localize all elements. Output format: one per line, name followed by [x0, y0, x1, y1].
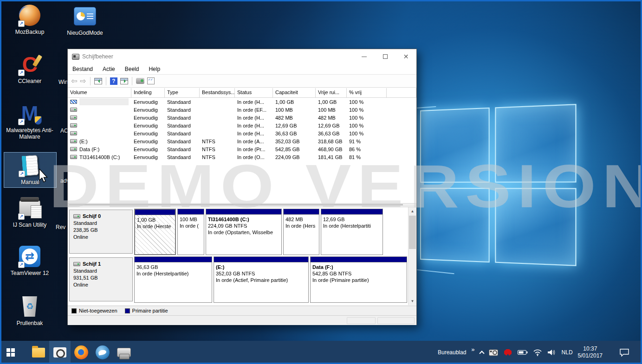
screenshot-app-button[interactable] [49, 341, 71, 364]
disk-type: Standaard [73, 220, 132, 227]
close-icon: ✕ [403, 53, 409, 60]
desktop-icon-ccleaner[interactable]: C↗ CCleaner [4, 53, 56, 84]
column-header-bestandssysteem[interactable]: Bestandssys... [200, 88, 235, 97]
desktop-icon-prullenbak[interactable]: ♻ Prullenbak [4, 295, 56, 326]
forward-arrow-icon[interactable]: ⇨ [80, 77, 86, 85]
volume-row[interactable]: TI31461400B (C:) Eenvoudig Standaard NTF… [68, 153, 416, 161]
desktop-icon-nieugodmode[interactable]: NieuGodMode [59, 5, 111, 36]
hidden-icon-label: Rev [56, 224, 65, 230]
file-explorer-button[interactable] [28, 341, 49, 364]
column-header-volume[interactable]: Volume [68, 88, 131, 97]
close-button[interactable]: ✕ [396, 49, 416, 64]
column-header-pct-vrij[interactable]: % vrij [347, 88, 387, 97]
tray-camera-icon[interactable] [489, 349, 498, 356]
language-indicator[interactable]: NLD [562, 349, 573, 356]
desktop-icon-malwarebytes[interactable]: M↗ Malwarebytes Anti-Malware [4, 102, 56, 140]
menu-beeld[interactable]: Beeld [125, 66, 139, 72]
partition-e-drive[interactable]: (E:)352,03 GB NTFSIn orde (Actief, Prima… [214, 256, 309, 303]
desktop-icon-manual[interactable]: ↗ Manual [4, 153, 56, 187]
volume-row[interactable]: Eenvoudig Standaard In orde (H... 1,00 G… [68, 98, 416, 106]
console-pane-icon[interactable] [120, 78, 128, 84]
desktop-toolbar-label[interactable]: Bureaublad [438, 349, 466, 356]
help-icon[interactable]: ? [110, 77, 117, 85]
desktop-icon-teamviewer[interactable]: ⇄↗ TeamViewer 12 [4, 245, 56, 276]
partition-recovery-36gb[interactable]: 36,63 GBIn orde (Herstelpartitie) [134, 256, 212, 303]
column-header-indeling[interactable]: Indeling [131, 88, 165, 97]
thunderbird-button[interactable] [92, 341, 113, 364]
tray-volume-icon[interactable] [547, 349, 557, 356]
notifications-icon[interactable] [619, 348, 629, 357]
start-button[interactable] [0, 341, 21, 364]
cell: 318,68 GB [316, 139, 347, 144]
menu-help[interactable]: Help [149, 66, 160, 72]
volume-cell [68, 115, 131, 120]
column-header-vrije-ruimte[interactable]: Vrije rui... [316, 88, 347, 97]
legend-swatch-navy [125, 308, 130, 313]
scrollbar-thumb[interactable] [409, 216, 416, 249]
column-header-capaciteit[interactable]: Capaciteit [273, 88, 316, 97]
desktop-icon-ijscan[interactable]: ↗ IJ Scan Utility [4, 197, 56, 228]
desktop-icon-label: Prullenbak [17, 320, 43, 326]
disk-icon [73, 262, 80, 266]
volume-list: Volume Indeling Type Bestandssys... Stat… [68, 88, 416, 203]
horizontal-scrollbar[interactable] [68, 203, 416, 206]
tray-battery-icon[interactable] [518, 349, 528, 356]
volume-icon [70, 115, 77, 120]
partition-recovery-12gb[interactable]: 12,69 GBIn orde (Herstelpartiti [321, 209, 383, 255]
partition-f-drive[interactable]: Data (F:)542,85 GB NTFSIn orde (Primaire… [310, 256, 407, 303]
volume-row[interactable]: Eenvoudig Standaard In orde (H... 12,69 … [68, 121, 416, 129]
console-tree-icon[interactable] [94, 78, 102, 84]
disk-state: Online [73, 234, 132, 241]
back-arrow-icon[interactable]: ⇦ [71, 77, 77, 85]
column-header-status[interactable]: Status [235, 88, 273, 97]
cell: 352,03 GB [273, 139, 316, 144]
toolbar-separator [132, 77, 132, 85]
vertical-scrollbar[interactable]: ▲ ▼ [408, 207, 416, 305]
cell: Eenvoudig [131, 115, 165, 121]
titlebar[interactable]: Schijfbeheer ✕ [68, 49, 416, 64]
tray-wifi-icon[interactable] [533, 349, 542, 356]
volume-row[interactable]: Eenvoudig Standaard In orde (H... 36,63 … [68, 129, 416, 137]
firefox-button[interactable] [71, 341, 92, 364]
popup-view-icon[interactable] [136, 78, 144, 84]
column-header-type[interactable]: Type [165, 88, 200, 97]
partition-recovery-482mb[interactable]: 482 MBIn orde (Hers [283, 209, 319, 255]
disk0-label[interactable]: Schijf 0 Standaard 238,35 GB Online [69, 210, 133, 254]
legend-swatch-black [71, 308, 77, 313]
volume-cell: Data (F:) [68, 147, 131, 152]
cell: Standaard [165, 99, 200, 105]
menu-actie[interactable]: Actie [103, 66, 115, 72]
cell: In orde (EF... [235, 107, 273, 113]
cell: Standaard [165, 131, 200, 136]
partition-efi-100mb[interactable]: 100 MBIn orde ( [177, 209, 204, 255]
disk-type: Standaard [73, 268, 132, 275]
partition-c-drive[interactable]: TI31461400B (C:)224,09 GB NTFSIn orde (O… [206, 209, 282, 255]
scroll-down-icon[interactable]: ▼ [409, 297, 416, 305]
column-header-extra[interactable] [387, 88, 416, 97]
legend-unallocated: Niet-toegewezen [71, 308, 117, 313]
clock[interactable]: 10:37 5/01/2017 [578, 345, 603, 359]
volume-row[interactable]: Eenvoudig Standaard In orde (H... 482 MB… [68, 114, 416, 121]
checklist-icon[interactable] [147, 77, 155, 84]
status-pane [377, 317, 415, 324]
disk1-label[interactable]: Schijf 1 Standaard 931,51 GB Online [69, 257, 133, 301]
tray-malwarebytes-icon[interactable] [503, 348, 512, 357]
desktop-icon-mozbackup[interactable]: ↗ MozBackup [4, 4, 56, 35]
cell: In orde (O... [235, 154, 273, 160]
godmode-icon [73, 5, 97, 28]
cell: 100 % [347, 123, 387, 128]
maximize-button[interactable] [375, 49, 396, 64]
menu-bestand[interactable]: Bestand [72, 66, 93, 72]
disk-manager-button[interactable] [113, 341, 135, 364]
volume-row[interactable]: Eenvoudig Standaard In orde (EF... 100 M… [68, 106, 416, 114]
partition-recovery-1gb[interactable]: 1,00 GBIn orde (Herste [134, 209, 176, 255]
minimize-button[interactable] [354, 49, 375, 64]
toolbar-overflow-chevron[interactable]: » [471, 346, 474, 353]
volume-row[interactable]: Data (F:) Eenvoudig Standaard NTFS In or… [68, 145, 416, 153]
tray-chevron-up-icon[interactable] [479, 351, 484, 356]
volume-row[interactable]: (E:) Eenvoudig Standaard NTFS In orde (A… [68, 137, 416, 145]
scrollbar-thumb[interactable] [69, 204, 403, 205]
scroll-up-icon[interactable]: ▲ [409, 207, 416, 215]
cell: 36,63 GB [273, 131, 316, 136]
cell: 100 % [347, 115, 387, 121]
